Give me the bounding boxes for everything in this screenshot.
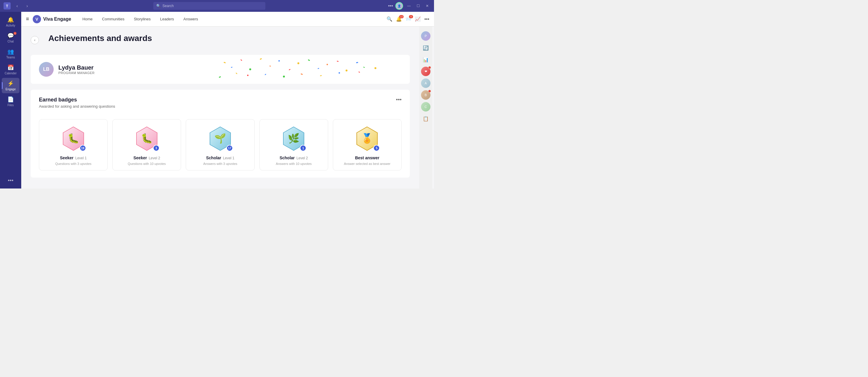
hamburger-button[interactable]: ≡ <box>26 16 29 22</box>
scholar-l2-name: Scholar <box>280 155 294 160</box>
badges-section: Earned badges Awarded for asking and ans… <box>31 90 410 178</box>
right-icon-clipboard[interactable]: 📋 <box>421 114 431 123</box>
calendar-icon: 📅 <box>7 64 14 71</box>
right-icon-chart[interactable]: 📊 <box>421 55 431 64</box>
svg-text:🌿: 🌿 <box>288 133 300 144</box>
sidebar-item-files[interactable]: 📄 Files <box>2 94 20 109</box>
titlebar-more-icon[interactable]: ••• <box>388 3 393 8</box>
seeker-l1-desc: Questions with 3 upvotes <box>55 162 91 166</box>
right-avatar-0[interactable]: P <box>421 31 431 41</box>
sidebar-more-icon[interactable]: ••• <box>8 178 13 184</box>
seeker-l2-level: Level 2 <box>149 156 160 160</box>
analytics-icon[interactable]: 📈 <box>415 16 421 22</box>
svg-text:V: V <box>35 17 38 22</box>
scholar-l1-icon-container: 🌱 17 <box>207 125 234 152</box>
svg-point-26 <box>339 72 340 74</box>
page-title: Achievements and awards <box>49 34 152 43</box>
svg-text:🌱: 🌱 <box>214 133 226 144</box>
sidebar-item-label: Calender <box>5 72 17 75</box>
viva-logo-icon: V <box>33 15 41 23</box>
minimize-button[interactable]: — <box>405 3 412 8</box>
chat-icon: 💬 <box>7 32 14 39</box>
svg-rect-11 <box>289 69 291 70</box>
nav-back-button[interactable]: ‹ <box>13 2 21 9</box>
inbox-icon[interactable]: 📨 5 <box>405 16 411 22</box>
right-icon-refresh[interactable]: 🔄 <box>421 43 431 53</box>
nav-link-communities[interactable]: Communities <box>98 15 129 23</box>
scholar-l2-name-level: Scholar Level 2 <box>280 155 308 161</box>
seeker-l1-name: Seeker <box>60 155 73 160</box>
app-body: 🔔 Activity 💬 Chat 1 👥 Teams 📅 Calender ⚡… <box>0 12 434 188</box>
sidebar-item-calendar[interactable]: 📅 Calender <box>2 62 20 77</box>
right-avatar-2[interactable]: B <box>421 90 431 100</box>
teams-logo-icon: T <box>3 2 11 9</box>
teams-icon: 👥 <box>7 48 14 55</box>
seeker-l2-name-level: Seeker Level 2 <box>133 155 160 161</box>
svg-point-29 <box>374 67 376 69</box>
maximize-button[interactable]: ☐ <box>415 3 422 8</box>
svg-rect-28 <box>219 76 221 78</box>
svg-rect-22 <box>265 74 266 75</box>
nav-forward-button[interactable]: › <box>24 2 31 9</box>
seeker-l1-count: 19 <box>80 145 86 151</box>
best-answer-name: Best answer <box>355 155 379 160</box>
profile-header: LB Lydya Bauer PROGRAM MANAGER <box>31 55 410 84</box>
viva-title: Viva Engage <box>43 17 71 22</box>
top-nav-actions: 🔍 🔔 12 📨 5 📈 ••• <box>386 16 429 22</box>
nav-link-answers[interactable]: Answers <box>179 15 202 23</box>
scholar-l2-desc: Answers with 10 upvotes <box>276 162 312 166</box>
back-button[interactable]: ‹ <box>31 36 39 44</box>
files-icon: 📄 <box>7 96 14 103</box>
svg-text:🏅: 🏅 <box>361 133 373 144</box>
activity-icon: 🔔 <box>7 17 14 23</box>
sidebar-item-activity[interactable]: 🔔 Activity <box>2 14 20 29</box>
scholar-l1-level: Level 1 <box>223 156 235 160</box>
svg-point-7 <box>249 68 251 70</box>
nav-link-leaders[interactable]: Leaders <box>156 15 178 23</box>
scholar-l1-count: 17 <box>226 145 233 151</box>
profile-name: Lydya Bauer <box>58 64 95 71</box>
titlebar-search[interactable]: 🔍 Search <box>153 2 266 10</box>
svg-rect-13 <box>308 59 310 61</box>
svg-text:T: T <box>6 4 8 8</box>
seeker-l1-level: Level 1 <box>75 156 87 160</box>
sidebar-item-label: Files <box>7 104 13 107</box>
user-avatar[interactable]: 👤 <box>395 2 403 10</box>
avatar-initial: LB <box>43 67 49 72</box>
topnav-more-icon[interactable]: ••• <box>424 17 429 22</box>
svg-rect-6 <box>241 59 242 61</box>
titlebar-center: 🔍 Search <box>31 2 388 10</box>
badge-card-scholar-l2: 🌿 1 Scholar Level 2 Answers with 10 upvo… <box>259 119 328 171</box>
svg-point-21 <box>247 75 249 76</box>
right-avatar-3[interactable]: C <box>421 102 431 112</box>
sidebar-item-teams[interactable]: 👥 Teams <box>2 46 20 61</box>
nav-link-home[interactable]: Home <box>78 15 97 23</box>
engage-icon: ⚡ <box>7 80 14 87</box>
svg-point-23 <box>283 76 285 78</box>
svg-point-17 <box>346 69 348 72</box>
left-sidebar: 🔔 Activity 💬 Chat 1 👥 Teams 📅 Calender ⚡… <box>0 12 21 188</box>
sidebar-item-chat[interactable]: 💬 Chat 1 <box>2 30 20 46</box>
best-answer-icon-container: 🏅 5 <box>354 125 380 152</box>
svg-text:🐛: 🐛 <box>141 133 153 144</box>
confetti-decoration <box>182 55 410 84</box>
search-icon[interactable]: 🔍 <box>386 16 393 22</box>
right-avatar-1[interactable]: A <box>421 79 431 88</box>
close-button[interactable]: ✕ <box>424 3 431 8</box>
seeker-l2-name: Seeker <box>133 155 147 160</box>
sidebar-item-engage[interactable]: ⚡ Engage <box>2 78 20 93</box>
nav-link-storylines[interactable]: Storylines <box>130 15 155 23</box>
right-avatar-heart-badge <box>428 66 431 69</box>
right-avatar-heart[interactable]: ❤ <box>421 67 431 76</box>
search-icon: 🔍 <box>156 4 161 8</box>
svg-rect-8 <box>260 58 262 60</box>
badges-more-button[interactable]: ••• <box>396 97 402 103</box>
top-nav-links: Home Communities Storylines Leaders Answ… <box>78 15 202 23</box>
badge-card-seeker-l1: 🐛 19 Seeker Level 1 Questions with 3 upv… <box>39 119 107 171</box>
scholar-l1-name: Scholar <box>206 155 221 160</box>
badges-section-title: Earned badges <box>39 97 115 103</box>
svg-rect-14 <box>318 68 319 69</box>
svg-rect-16 <box>337 61 339 62</box>
badges-section-subtitle: Awarded for asking and answering questio… <box>39 104 115 109</box>
notifications-icon[interactable]: 🔔 12 <box>396 16 402 22</box>
